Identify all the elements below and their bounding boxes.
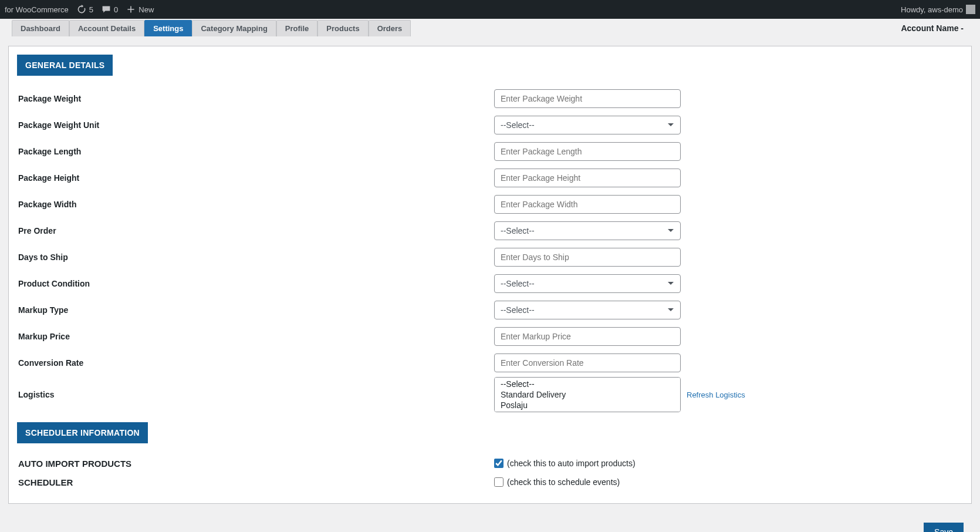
list-item[interactable]: Standard Delivery bbox=[496, 389, 679, 400]
conversion-rate-label: Conversion Rate bbox=[17, 358, 494, 368]
save-button[interactable]: Save bbox=[924, 523, 964, 532]
auto-import-products-label: AUTO IMPORT PRODUCTS bbox=[17, 459, 494, 469]
tab-products[interactable]: Products bbox=[317, 20, 368, 36]
tab-category-mapping[interactable]: Category Mapping bbox=[192, 20, 276, 36]
package-length-label: Package Length bbox=[17, 147, 494, 156]
list-item[interactable]: Poslaju bbox=[496, 400, 679, 410]
markup-type-label: Markup Type bbox=[17, 305, 494, 315]
conversion-rate-input[interactable] bbox=[494, 353, 681, 372]
product-condition-select[interactable]: --Select-- bbox=[494, 274, 681, 293]
markup-type-select[interactable]: --Select-- bbox=[494, 301, 681, 319]
user-greeting[interactable]: Howdy, aws-demo bbox=[901, 5, 975, 14]
package-height-input[interactable] bbox=[494, 169, 681, 187]
markup-price-label: Markup Price bbox=[17, 332, 494, 341]
tab-bar: Dashboard Account Details Settings Categ… bbox=[0, 19, 980, 38]
product-condition-label: Product Condition bbox=[17, 279, 494, 288]
new-label: New bbox=[138, 5, 154, 14]
tab-settings[interactable]: Settings bbox=[144, 20, 192, 36]
site-name[interactable]: for WooCommerce bbox=[5, 5, 69, 14]
tab-dashboard[interactable]: Dashboard bbox=[12, 20, 69, 36]
pre-order-label: Pre Order bbox=[17, 226, 494, 235]
package-length-input[interactable] bbox=[494, 142, 681, 161]
tab-orders[interactable]: Orders bbox=[369, 20, 411, 36]
updates-count: 5 bbox=[89, 5, 93, 14]
list-item[interactable]: --Select-- bbox=[496, 379, 679, 389]
logistics-label: Logistics bbox=[17, 390, 494, 399]
scheduler-checkbox[interactable] bbox=[494, 477, 503, 487]
package-weight-unit-select[interactable]: --Select-- bbox=[494, 116, 681, 134]
tab-profile[interactable]: Profile bbox=[276, 20, 317, 36]
package-width-label: Package Width bbox=[17, 200, 494, 209]
auto-import-products-checkbox[interactable] bbox=[494, 459, 503, 468]
package-weight-input[interactable] bbox=[494, 89, 681, 108]
package-weight-unit-label: Package Weight Unit bbox=[17, 120, 494, 130]
list-item[interactable]: DHL eCommerce bbox=[496, 410, 679, 412]
refresh-icon bbox=[77, 5, 86, 14]
comment-icon bbox=[102, 5, 111, 14]
package-height-label: Package Height bbox=[17, 173, 494, 183]
package-weight-label: Package Weight bbox=[17, 94, 494, 103]
account-name-label: Account Name - bbox=[901, 23, 968, 33]
scheduler-label: SCHEDULER bbox=[17, 477, 494, 487]
pre-order-select[interactable]: --Select-- bbox=[494, 221, 681, 240]
auto-import-hint: (check this to auto import products) bbox=[507, 459, 636, 468]
logistics-multiselect[interactable]: --Select-- Standard Delivery Poslaju DHL… bbox=[494, 377, 681, 412]
new-content-link[interactable]: New bbox=[126, 5, 154, 14]
greeting-text: Howdy, aws-demo bbox=[901, 5, 963, 14]
refresh-logistics-link[interactable]: Refresh Logistics bbox=[687, 390, 745, 399]
tabs-container: Dashboard Account Details Settings Categ… bbox=[12, 20, 411, 36]
plus-icon bbox=[126, 5, 136, 14]
avatar bbox=[966, 5, 975, 14]
comments-count: 0 bbox=[114, 5, 118, 14]
days-to-ship-label: Days to Ship bbox=[17, 252, 494, 262]
scheduler-hint: (check this to schedule events) bbox=[507, 477, 620, 487]
comments-indicator[interactable]: 0 bbox=[102, 5, 118, 14]
scheduler-info-header: SCHEDULER INFORMATION bbox=[17, 422, 148, 443]
days-to-ship-input[interactable] bbox=[494, 248, 681, 267]
settings-panel: GENERAL DETAILS Package Weight Package W… bbox=[8, 46, 972, 504]
tab-account-details[interactable]: Account Details bbox=[69, 20, 144, 36]
markup-price-input[interactable] bbox=[494, 327, 681, 346]
admin-bar: for WooCommerce 5 0 New Howdy, aws-demo bbox=[0, 0, 980, 19]
general-details-header: GENERAL DETAILS bbox=[17, 55, 113, 76]
package-width-input[interactable] bbox=[494, 195, 681, 214]
updates-indicator[interactable]: 5 bbox=[77, 5, 93, 14]
